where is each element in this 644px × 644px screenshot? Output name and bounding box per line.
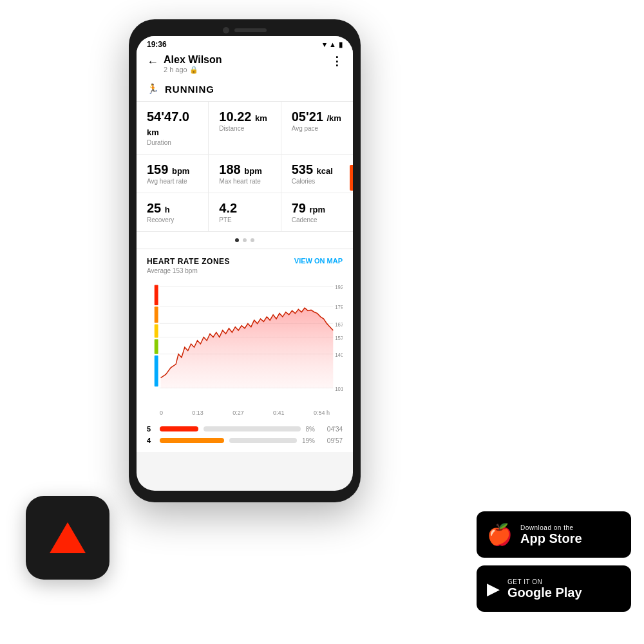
- hr-section: HEART RATE ZONES VIEW ON MAP Average 153…: [137, 249, 353, 421]
- back-button[interactable]: ←: [147, 55, 158, 69]
- svg-text:140: 140: [335, 352, 343, 358]
- x-label-27: 0:27: [232, 410, 244, 416]
- stats-section: 54'47.0 km Duration 10.22 km Distance 05…: [137, 102, 353, 232]
- apple-icon: 🍎: [487, 524, 513, 545]
- time-ago: 2 h ago 🔒: [164, 66, 222, 74]
- google-play-text: GET IT ON Google Play: [507, 578, 582, 600]
- stat-recovery-value: 25 h: [147, 201, 198, 215]
- stat-avg-hr-value: 159 bpm: [147, 162, 198, 176]
- x-label-0: 0: [160, 410, 163, 416]
- status-icons: ▾ ▲ ▮: [323, 41, 343, 49]
- device-icon: [26, 496, 109, 580]
- zone-4-time: 09'57: [320, 437, 343, 444]
- stat-max-hr: 188 bpm Max heart rate: [209, 155, 281, 193]
- stat-duration-value: 54'47.0 km: [147, 109, 198, 138]
- google-play-big: Google Play: [507, 585, 582, 600]
- status-bar: 19:36 ▾ ▲ ▮: [137, 36, 353, 52]
- stats-row-2: 159 bpm Avg heart rate 188 bpm Max heart…: [137, 155, 353, 193]
- x-label-13: 0:13: [192, 410, 204, 416]
- stats-row-1: 54'47.0 km Duration 10.22 km Distance 05…: [137, 102, 353, 155]
- phone-camera: [223, 27, 229, 33]
- stat-duration: 54'47.0 km Duration: [137, 102, 209, 154]
- zone-4-num: 4: [147, 437, 155, 444]
- app-store-button[interactable]: 🍎 Download on the App Store: [477, 511, 631, 558]
- stat-distance-label: Distance: [219, 125, 270, 132]
- stat-cadence: 79 rpm Cadence: [281, 193, 353, 231]
- svg-text:157: 157: [335, 335, 343, 341]
- zone-5-bar: [160, 426, 198, 431]
- signal-icon: ▲: [329, 41, 336, 48]
- stat-calories-label: Calories: [292, 178, 343, 185]
- stat-calories-value: 535 kcal: [292, 162, 343, 176]
- stat-distance-value: 10.22 km: [219, 109, 270, 124]
- running-icon: 🏃: [147, 83, 160, 95]
- header-left: ← Alex Wilson 2 h ago 🔒: [147, 54, 222, 74]
- svg-rect-14: [155, 324, 158, 337]
- stat-recovery: 25 h Recovery: [137, 193, 209, 231]
- activity-title: 🏃 RUNNING: [137, 79, 353, 102]
- activity-type: RUNNING: [165, 84, 214, 95]
- zone-4-bar: [160, 438, 224, 443]
- stat-recovery-label: Recovery: [147, 216, 198, 223]
- svg-text:167: 167: [335, 321, 343, 327]
- phone-screen: 19:36 ▾ ▲ ▮ ← Alex Wilson 2 h ago 🔒 ⋮: [137, 36, 353, 491]
- stat-duration-label: Duration: [147, 139, 198, 146]
- zone-5-bg: [204, 426, 301, 431]
- google-play-button[interactable]: ▶ GET IT ON Google Play: [477, 565, 631, 612]
- store-buttons: 🍎 Download on the App Store ▶ GET IT ON …: [477, 511, 631, 612]
- zone-5-num: 5: [147, 425, 155, 433]
- x-label-54: 0:54 h: [314, 410, 330, 416]
- stat-pte-value: 4.2: [219, 201, 270, 215]
- stat-pace: 05'21 /km Avg pace: [281, 102, 353, 154]
- phone-notch: [137, 27, 353, 33]
- svg-rect-13: [155, 307, 158, 323]
- app-store-big: App Store: [520, 531, 582, 545]
- heart-rate-chart: 192 179 167 157 140 101: [147, 279, 343, 408]
- user-name: Alex Wilson: [164, 54, 222, 66]
- stat-max-hr-label: Max heart rate: [219, 178, 270, 185]
- stat-calories: 535 kcal Calories: [281, 155, 353, 193]
- stat-pte-label: PTE: [219, 216, 270, 223]
- phone-speaker: [234, 28, 267, 32]
- zone-item-4: 4 19% 09'57: [147, 437, 343, 444]
- x-label-41: 0:41: [273, 410, 285, 416]
- dot-2: [243, 238, 247, 242]
- google-play-small: GET IT ON: [507, 578, 582, 585]
- zone-4-bg: [229, 438, 297, 443]
- view-on-map-button[interactable]: VIEW ON MAP: [294, 257, 343, 265]
- svg-rect-16: [155, 355, 158, 386]
- svg-rect-15: [155, 339, 158, 354]
- stat-cadence-label: Cadence: [292, 216, 343, 223]
- zone-5-pct: 8%: [306, 426, 315, 433]
- stat-avg-hr-label: Avg heart rate: [147, 178, 198, 185]
- zone-5-time: 04'34: [320, 426, 343, 433]
- dot-1: [235, 238, 239, 242]
- dot-3: [251, 238, 254, 242]
- zone-4-pct: 19%: [302, 437, 315, 444]
- hr-header: HEART RATE ZONES VIEW ON MAP: [147, 257, 343, 266]
- svg-text:101: 101: [335, 386, 343, 392]
- phone-mockup: 19:36 ▾ ▲ ▮ ← Alex Wilson 2 h ago 🔒 ⋮: [129, 19, 361, 502]
- stat-pace-value: 05'21 /km: [292, 109, 343, 124]
- status-time: 19:36: [147, 40, 167, 49]
- more-button[interactable]: ⋮: [331, 54, 343, 68]
- svg-text:179: 179: [335, 305, 343, 310]
- page-dots: [137, 232, 353, 249]
- x-axis: 0 0:13 0:27 0:41 0:54 h: [147, 408, 343, 416]
- stats-row-3: 25 h Recovery 4.2 PTE 79 rpm: [137, 193, 353, 232]
- orange-accent: [350, 165, 353, 191]
- svg-rect-12: [155, 285, 158, 305]
- hr-title: HEART RATE ZONES: [147, 257, 230, 266]
- user-info: Alex Wilson 2 h ago 🔒: [164, 54, 222, 74]
- zone-list: 5 8% 04'34 4 19% 09'57: [137, 421, 353, 452]
- battery-icon: ▮: [339, 41, 343, 49]
- device-triangle: [50, 522, 86, 553]
- stat-distance: 10.22 km Distance: [209, 102, 281, 154]
- stat-pte: 4.2 PTE: [209, 193, 281, 231]
- hr-subtitle: Average 153 bpm: [147, 267, 343, 274]
- wifi-icon: ▾: [323, 41, 327, 49]
- stat-max-hr-value: 188 bpm: [219, 162, 270, 176]
- stat-avg-hr: 159 bpm Avg heart rate: [137, 155, 209, 193]
- stat-pace-label: Avg pace: [292, 125, 343, 132]
- app-header: ← Alex Wilson 2 h ago 🔒 ⋮: [137, 52, 353, 79]
